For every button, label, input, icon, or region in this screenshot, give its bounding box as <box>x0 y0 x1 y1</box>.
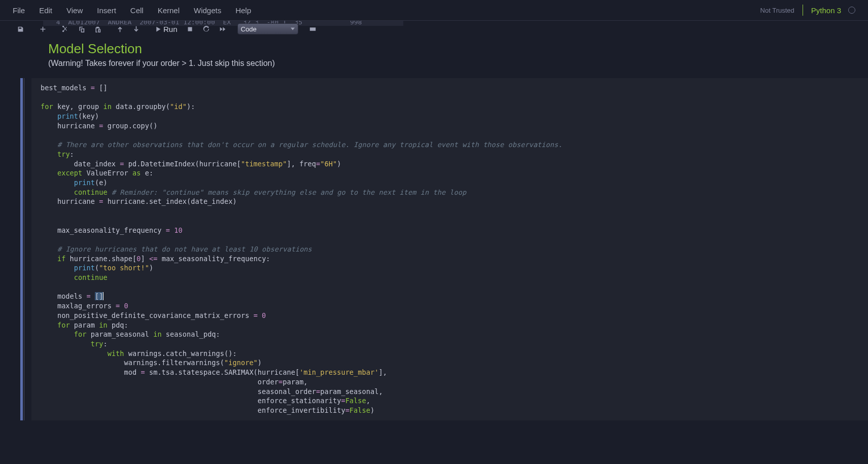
copy-icon <box>78 26 85 32</box>
code-cell[interactable]: best_models = [] for key, group in data.… <box>20 78 868 420</box>
run-label: Run <box>163 25 178 33</box>
save-button[interactable] <box>13 22 28 35</box>
move-up-button[interactable] <box>112 22 127 35</box>
copy-button[interactable] <box>74 22 89 35</box>
notebook-container[interactable]: Model Selection (Warning! Takes forever … <box>0 37 868 464</box>
menu-help[interactable]: Help <box>235 6 251 15</box>
kernel-name[interactable]: Python 3 <box>811 6 841 15</box>
kernel-status-icon <box>848 7 855 14</box>
play-icon <box>155 26 161 32</box>
cell-type-select[interactable]: Code <box>237 23 298 34</box>
refresh-icon <box>203 26 210 32</box>
markdown-cell[interactable]: Model Selection (Warning! Takes forever … <box>20 37 868 73</box>
add-cell-button[interactable] <box>35 22 50 35</box>
interrupt-button[interactable] <box>183 22 198 35</box>
arrow-up-icon <box>117 26 123 32</box>
stop-icon <box>187 26 193 32</box>
fast-forward-icon <box>219 26 226 32</box>
save-icon <box>17 26 24 32</box>
paste-button[interactable] <box>90 22 105 35</box>
cell-selection-indicator <box>20 78 23 420</box>
menu-cell[interactable]: Cell <box>130 6 144 15</box>
run-button[interactable]: Run <box>151 22 182 35</box>
scissors-icon <box>62 26 68 32</box>
divider <box>803 5 803 16</box>
plus-icon <box>40 26 46 32</box>
move-down-button[interactable] <box>128 22 144 35</box>
menu-insert[interactable]: Insert <box>97 6 116 15</box>
menu-edit[interactable]: Edit <box>39 6 52 15</box>
restart-button[interactable] <box>199 22 214 35</box>
cut-button[interactable] <box>57 22 73 35</box>
section-subtext: (Warning! Takes forever if your order > … <box>48 59 848 68</box>
menu-kernel[interactable]: Kernel <box>158 6 180 15</box>
toolbar: Run Code <box>0 21 868 37</box>
menu-widgets[interactable]: Widgets <box>194 6 221 15</box>
prompt-gutter <box>24 78 31 420</box>
menu-bar: File Edit View Insert Cell Kernel Widget… <box>0 0 868 21</box>
trust-indicator[interactable]: Not Trusted <box>760 7 794 14</box>
arrow-down-icon <box>133 26 140 32</box>
menu-file[interactable]: File <box>13 6 25 15</box>
code-editor[interactable]: best_models = [] for key, group in data.… <box>31 78 868 420</box>
restart-run-all-button[interactable] <box>215 22 230 35</box>
paste-icon <box>94 26 101 32</box>
command-palette-button[interactable] <box>305 22 321 35</box>
section-heading: Model Selection <box>48 41 848 57</box>
keyboard-icon <box>309 26 316 32</box>
menu-view[interactable]: View <box>66 6 83 15</box>
